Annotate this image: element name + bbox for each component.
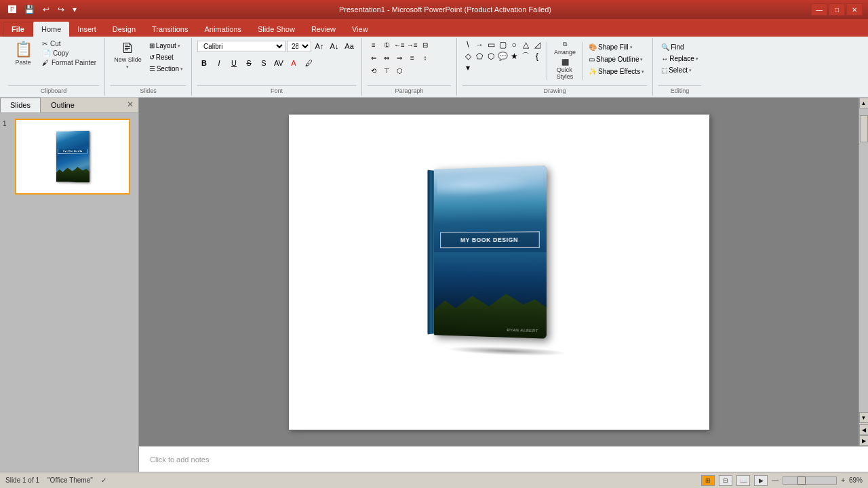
slide-preview-1[interactable]: MY BOOK DESIGN — [15, 119, 130, 195]
paragraph-group-label: Paragraph — [368, 85, 451, 94]
line-spacing-button[interactable]: ↕ — [419, 52, 431, 63]
bullets-button[interactable]: ≡ — [368, 39, 380, 50]
title-bar: 🅿 💾 ↩ ↪ ▾ Presentation1 - Microsoft Powe… — [0, 0, 868, 19]
rect-tool[interactable]: ▭ — [486, 39, 496, 50]
reading-view-btn[interactable]: 📖 — [736, 475, 750, 486]
notes-area[interactable]: Click to add notes — [139, 446, 868, 472]
tab-insert[interactable]: Insert — [69, 22, 104, 37]
star-tool[interactable]: ★ — [509, 51, 519, 62]
bold-button[interactable]: B — [197, 56, 211, 70]
normal-view-btn[interactable]: ⊞ — [701, 475, 715, 486]
maximize-btn[interactable]: □ — [829, 3, 845, 16]
tab-view[interactable]: View — [344, 22, 376, 37]
tab-review[interactable]: Review — [303, 22, 344, 37]
slide-sorter-btn[interactable]: ⊟ — [719, 475, 732, 486]
shape-fill-button[interactable]: 🎨 Shape Fill ▾ — [586, 42, 647, 52]
copy-button[interactable]: 📄 Copy — [39, 49, 99, 58]
align-right-button[interactable]: ⇒ — [393, 52, 406, 63]
justify-button[interactable]: ≡ — [406, 52, 418, 63]
tab-design[interactable]: Design — [104, 22, 144, 37]
more-shapes-btn[interactable]: ▾ — [462, 62, 473, 73]
decrease-font-btn[interactable]: A↓ — [328, 39, 341, 53]
section-button[interactable]: ☰ Section ▾ — [146, 64, 186, 74]
shape-outline-button[interactable]: ▭ Shape Outline ▾ — [586, 54, 647, 64]
reset-button[interactable]: ↺ Reset — [146, 52, 186, 62]
line-tool[interactable]: \ — [462, 39, 473, 50]
outline-tab[interactable]: Outline — [41, 98, 85, 113]
right-triangle-tool[interactable]: ◿ — [532, 39, 542, 50]
char-spacing-button[interactable]: AV — [272, 56, 285, 70]
vertical-scrollbar[interactable]: ▲ ▼ ◀ ▶ — [859, 98, 868, 446]
slideshow-btn[interactable]: ▶ — [754, 475, 768, 486]
paste-button[interactable]: 📋 Paste — [8, 39, 38, 67]
replace-button[interactable]: ↔ Replace ▾ — [658, 54, 701, 64]
font-name-select[interactable]: Calibri — [197, 41, 285, 52]
tab-slideshow[interactable]: Slide Show — [250, 22, 303, 37]
sidebar-close-btn[interactable]: ✕ — [125, 99, 136, 110]
increase-font-btn[interactable]: A↑ — [313, 39, 326, 53]
shadow-button[interactable]: S — [257, 56, 271, 70]
shape-outline-label: Shape Outline — [596, 56, 639, 63]
oval-tool[interactable]: ○ — [509, 39, 519, 50]
arrow-tool[interactable]: → — [474, 39, 485, 50]
columns-button[interactable]: ⊟ — [419, 39, 431, 50]
align-center-button[interactable]: ⇔ — [380, 52, 393, 63]
arrange-button[interactable]: ⧉ Arrange — [550, 39, 580, 57]
zoom-slider[interactable] — [783, 476, 837, 485]
book-object[interactable]: MY BOOK DESIGN RYAN ALBERT — [431, 167, 567, 357]
undo-quick-btn[interactable]: ↩ — [40, 3, 52, 16]
font-color-button[interactable]: A — [287, 56, 300, 70]
next-slide-btn[interactable]: ▶ — [859, 435, 869, 446]
decrease-indent-button[interactable]: ←≡ — [393, 39, 406, 50]
scroll-down-btn[interactable]: ▼ — [859, 412, 869, 423]
scroll-thumb[interactable] — [860, 115, 868, 142]
diamond-tool[interactable]: ◇ — [462, 51, 473, 62]
font-size-select[interactable]: 28 — [287, 41, 311, 52]
rounded-rect-tool[interactable]: ▢ — [497, 39, 508, 50]
cut-button[interactable]: ✂ Cut — [39, 39, 99, 48]
scroll-up-btn[interactable]: ▲ — [859, 98, 869, 108]
tab-home[interactable]: Home — [33, 22, 69, 37]
slide-canvas[interactable]: MY BOOK DESIGN RYAN ALBERT — [289, 115, 709, 430]
clear-format-btn[interactable]: Aa — [342, 39, 356, 53]
slide-viewport[interactable]: MY BOOK DESIGN RYAN ALBERT — [139, 98, 859, 446]
prev-slide-btn[interactable]: ◀ — [859, 424, 869, 435]
strikethrough-button[interactable]: S — [242, 56, 256, 70]
slides-tab[interactable]: Slides — [0, 98, 41, 113]
save-quick-btn[interactable]: 💾 — [22, 3, 37, 16]
brace-tool[interactable]: { — [532, 51, 542, 62]
tab-animations[interactable]: Animations — [196, 22, 249, 37]
hexagon-tool[interactable]: ⬡ — [486, 51, 496, 62]
shape-effects-button[interactable]: ✨ Shape Effects ▾ — [586, 66, 647, 77]
layout-button[interactable]: ⊞ Layout ▾ — [146, 41, 186, 51]
callout-tool[interactable]: 💬 — [497, 51, 508, 62]
new-slide-button[interactable]: 🖹 New Slide ▾ — [111, 39, 145, 72]
align-left-button[interactable]: ⇐ — [368, 52, 380, 63]
minimize-btn[interactable]: — — [811, 3, 827, 16]
quick-styles-button[interactable]: ⬛ QuickStyles — [550, 58, 580, 81]
pentagon-tool[interactable]: ⬠ — [474, 51, 485, 62]
increase-indent-button[interactable]: →≡ — [406, 39, 418, 50]
numbering-button[interactable]: ① — [380, 39, 393, 50]
triangle-tool[interactable]: △ — [520, 39, 531, 50]
redo-quick-btn[interactable]: ↪ — [55, 3, 67, 16]
zoom-out-btn[interactable]: — — [772, 476, 778, 484]
align-text-button[interactable]: ⊤ — [380, 65, 393, 76]
italic-button[interactable]: I — [212, 56, 226, 70]
highlight-color-button[interactable]: 🖊 — [302, 56, 315, 70]
text-direction-button[interactable]: ⟲ — [368, 65, 380, 76]
replace-icon: ↔ — [661, 55, 668, 62]
tab-transitions[interactable]: Transitions — [144, 22, 196, 37]
find-button[interactable]: 🔍 Find — [658, 42, 686, 52]
select-button[interactable]: ⬚ Select ▾ — [658, 65, 694, 75]
zoom-in-btn[interactable]: + — [841, 476, 845, 484]
customize-quick-access[interactable]: ▾ — [70, 3, 79, 16]
scroll-track[interactable] — [859, 108, 869, 412]
format-painter-button[interactable]: 🖌 Format Painter — [39, 58, 99, 67]
curve-tool[interactable]: ⌒ — [520, 51, 531, 62]
close-btn[interactable]: ✕ — [846, 3, 863, 16]
smartart-button[interactable]: ⬡ — [393, 65, 406, 76]
underline-button[interactable]: U — [227, 56, 241, 70]
slide-thumbnails-panel[interactable]: 1 MY BOOK DESIGN — [0, 113, 138, 472]
tab-file[interactable]: File — [3, 22, 33, 37]
